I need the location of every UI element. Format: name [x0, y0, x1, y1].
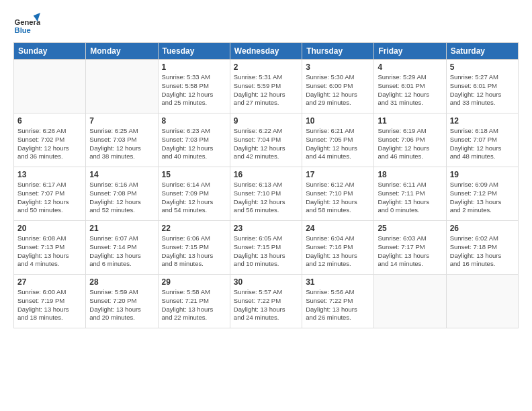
day-info: Sunrise: 6:14 AM Sunset: 7:09 PM Dayligh… [162, 181, 226, 215]
day-number: 29 [162, 277, 226, 287]
calendar-cell: 8Sunrise: 6:23 AM Sunset: 7:03 PM Daylig… [158, 113, 230, 167]
day-number: 16 [234, 170, 298, 179]
calendar-cell: 19Sunrise: 6:09 AM Sunset: 7:12 PM Dayli… [446, 167, 518, 221]
calendar-cell [86, 60, 158, 113]
page: General Blue SundayMondayTuesdayWednesda… [0, 0, 532, 335]
day-number: 13 [17, 170, 82, 179]
calendar-week-row: 6Sunrise: 6:26 AM Sunset: 7:02 PM Daylig… [14, 113, 519, 167]
day-number: 31 [306, 277, 370, 287]
day-info: Sunrise: 6:13 AM Sunset: 7:10 PM Dayligh… [234, 181, 298, 215]
day-info: Sunrise: 6:11 AM Sunset: 7:11 PM Dayligh… [378, 181, 442, 215]
calendar-cell: 10Sunrise: 6:21 AM Sunset: 7:05 PM Dayli… [302, 113, 374, 167]
logo-icon: General Blue [13, 10, 40, 37]
weekday-header-friday: Friday [374, 43, 446, 60]
day-number: 4 [378, 62, 442, 72]
day-number: 8 [162, 116, 226, 126]
day-info: Sunrise: 6:22 AM Sunset: 7:04 PM Dayligh… [234, 127, 298, 161]
day-number: 28 [89, 277, 154, 287]
day-info: Sunrise: 5:31 AM Sunset: 5:59 PM Dayligh… [234, 73, 298, 107]
day-number: 21 [89, 224, 154, 233]
calendar-week-row: 20Sunrise: 6:08 AM Sunset: 7:13 PM Dayli… [14, 221, 519, 275]
weekday-header-wednesday: Wednesday [230, 43, 302, 60]
calendar-cell: 13Sunrise: 6:17 AM Sunset: 7:07 PM Dayli… [14, 167, 86, 221]
day-info: Sunrise: 6:21 AM Sunset: 7:05 PM Dayligh… [306, 127, 370, 161]
weekday-header-sunday: Sunday [14, 43, 86, 60]
day-number: 10 [306, 116, 370, 126]
calendar-cell: 2Sunrise: 5:31 AM Sunset: 5:59 PM Daylig… [230, 60, 302, 113]
calendar-cell: 23Sunrise: 6:05 AM Sunset: 7:15 PM Dayli… [230, 221, 302, 275]
day-info: Sunrise: 5:29 AM Sunset: 6:01 PM Dayligh… [378, 73, 442, 107]
day-number: 20 [17, 224, 82, 233]
day-info: Sunrise: 6:12 AM Sunset: 7:10 PM Dayligh… [306, 181, 370, 215]
calendar-cell: 17Sunrise: 6:12 AM Sunset: 7:10 PM Dayli… [302, 167, 374, 221]
calendar-cell: 7Sunrise: 6:25 AM Sunset: 7:03 PM Daylig… [86, 113, 158, 167]
weekday-header-saturday: Saturday [446, 43, 518, 60]
day-info: Sunrise: 6:07 AM Sunset: 7:14 PM Dayligh… [89, 234, 154, 269]
calendar-cell: 26Sunrise: 6:02 AM Sunset: 7:18 PM Dayli… [446, 221, 518, 275]
day-number: 27 [17, 277, 82, 287]
weekday-header-monday: Monday [86, 43, 158, 60]
day-info: Sunrise: 6:02 AM Sunset: 7:18 PM Dayligh… [450, 234, 515, 269]
calendar-cell: 16Sunrise: 6:13 AM Sunset: 7:10 PM Dayli… [230, 167, 302, 221]
day-number: 12 [450, 116, 515, 126]
weekday-header-tuesday: Tuesday [158, 43, 230, 60]
day-info: Sunrise: 6:18 AM Sunset: 7:07 PM Dayligh… [450, 127, 515, 161]
calendar-week-row: 13Sunrise: 6:17 AM Sunset: 7:07 PM Dayli… [14, 167, 519, 221]
calendar-cell [374, 275, 446, 328]
day-number: 3 [306, 62, 370, 72]
calendar-cell: 9Sunrise: 6:22 AM Sunset: 7:04 PM Daylig… [230, 113, 302, 167]
calendar-cell: 15Sunrise: 6:14 AM Sunset: 7:09 PM Dayli… [158, 167, 230, 221]
day-number: 2 [234, 62, 298, 72]
calendar-cell [446, 275, 518, 328]
calendar-cell: 24Sunrise: 6:04 AM Sunset: 7:16 PM Dayli… [302, 221, 374, 275]
day-number: 24 [306, 224, 370, 233]
calendar-cell: 1Sunrise: 5:33 AM Sunset: 5:58 PM Daylig… [158, 60, 230, 113]
day-number: 26 [450, 224, 515, 233]
day-number: 1 [162, 62, 226, 72]
day-info: Sunrise: 6:26 AM Sunset: 7:02 PM Dayligh… [17, 127, 82, 161]
day-number: 5 [450, 62, 515, 72]
day-info: Sunrise: 5:57 AM Sunset: 7:22 PM Dayligh… [234, 288, 298, 322]
day-number: 14 [89, 170, 154, 179]
day-number: 17 [306, 170, 370, 179]
calendar-cell: 14Sunrise: 6:16 AM Sunset: 7:08 PM Dayli… [86, 167, 158, 221]
day-number: 6 [17, 116, 82, 126]
logo: General Blue [13, 10, 40, 37]
day-info: Sunrise: 5:30 AM Sunset: 6:00 PM Dayligh… [306, 73, 370, 107]
calendar-cell: 4Sunrise: 5:29 AM Sunset: 6:01 PM Daylig… [374, 60, 446, 113]
calendar-table: SundayMondayTuesdayWednesdayThursdayFrid… [13, 42, 519, 328]
calendar-cell: 25Sunrise: 6:03 AM Sunset: 7:17 PM Dayli… [374, 221, 446, 275]
day-info: Sunrise: 5:27 AM Sunset: 6:01 PM Dayligh… [450, 73, 515, 107]
calendar-cell: 12Sunrise: 6:18 AM Sunset: 7:07 PM Dayli… [446, 113, 518, 167]
day-info: Sunrise: 6:03 AM Sunset: 7:17 PM Dayligh… [378, 234, 442, 269]
calendar-cell: 3Sunrise: 5:30 AM Sunset: 6:00 PM Daylig… [302, 60, 374, 113]
calendar-cell: 22Sunrise: 6:06 AM Sunset: 7:15 PM Dayli… [158, 221, 230, 275]
calendar-cell: 6Sunrise: 6:26 AM Sunset: 7:02 PM Daylig… [14, 113, 86, 167]
day-info: Sunrise: 6:05 AM Sunset: 7:15 PM Dayligh… [234, 234, 298, 269]
day-number: 25 [378, 224, 442, 233]
calendar-cell: 27Sunrise: 6:00 AM Sunset: 7:19 PM Dayli… [14, 275, 86, 328]
day-info: Sunrise: 5:59 AM Sunset: 7:20 PM Dayligh… [89, 288, 154, 322]
day-number: 22 [162, 224, 226, 233]
day-info: Sunrise: 6:16 AM Sunset: 7:08 PM Dayligh… [89, 181, 154, 215]
weekday-header-thursday: Thursday [302, 43, 374, 60]
calendar-week-row: 27Sunrise: 6:00 AM Sunset: 7:19 PM Dayli… [14, 275, 519, 328]
day-info: Sunrise: 5:56 AM Sunset: 7:22 PM Dayligh… [306, 288, 370, 322]
day-info: Sunrise: 5:33 AM Sunset: 5:58 PM Dayligh… [162, 73, 226, 107]
day-info: Sunrise: 6:08 AM Sunset: 7:13 PM Dayligh… [17, 234, 82, 269]
calendar-cell: 5Sunrise: 5:27 AM Sunset: 6:01 PM Daylig… [446, 60, 518, 113]
day-number: 18 [378, 170, 442, 179]
calendar-cell [14, 60, 86, 113]
svg-text:Blue: Blue [15, 26, 31, 34]
calendar-cell: 11Sunrise: 6:19 AM Sunset: 7:06 PM Dayli… [374, 113, 446, 167]
calendar-cell: 29Sunrise: 5:58 AM Sunset: 7:21 PM Dayli… [158, 275, 230, 328]
calendar-cell: 31Sunrise: 5:56 AM Sunset: 7:22 PM Dayli… [302, 275, 374, 328]
calendar-cell: 28Sunrise: 5:59 AM Sunset: 7:20 PM Dayli… [86, 275, 158, 328]
day-info: Sunrise: 6:17 AM Sunset: 7:07 PM Dayligh… [17, 181, 82, 215]
day-number: 23 [234, 224, 298, 233]
day-number: 9 [234, 116, 298, 126]
calendar-cell: 21Sunrise: 6:07 AM Sunset: 7:14 PM Dayli… [86, 221, 158, 275]
calendar-cell: 20Sunrise: 6:08 AM Sunset: 7:13 PM Dayli… [14, 221, 86, 275]
day-number: 15 [162, 170, 226, 179]
day-number: 7 [89, 116, 154, 126]
